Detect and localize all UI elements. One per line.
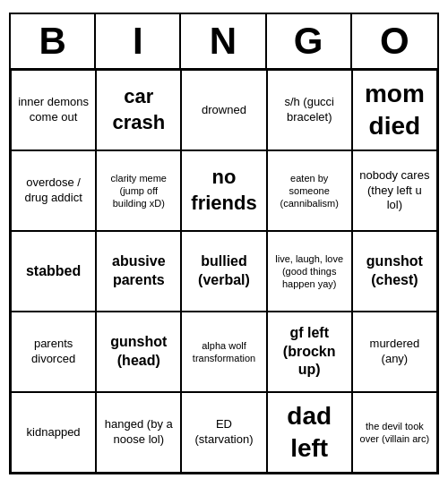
bingo-cell-14: gunshot (chest) [352,231,437,312]
bingo-cell-23: dad left [267,392,352,473]
bingo-cell-15: parents divorced [11,312,96,392]
bingo-cell-8: eaten by someone (cannibalism) [267,150,352,231]
bingo-cell-11: abusive parents [96,231,181,312]
bingo-grid: inner demons come outcar crashdrowneds/h… [11,70,437,473]
bingo-cell-24: the devil took over (villain arc) [352,392,437,473]
bingo-cell-6: clarity meme (jump off building xD) [96,150,181,231]
bingo-cell-13: live, laugh, love (good things happen ya… [267,231,352,312]
bingo-cell-4: mom died [352,70,437,150]
bingo-cell-20: kidnapped [11,392,96,473]
bingo-cell-7: no friends [181,150,266,231]
bingo-cell-10: stabbed [11,231,96,312]
bingo-cell-21: hanged (by a noose lol) [96,392,181,473]
bingo-card: BINGO inner demons come outcar crashdrow… [9,13,439,474]
bingo-cell-9: nobody cares (they left u lol) [352,150,437,231]
bingo-cell-3: s/h (gucci bracelet) [267,70,352,150]
bingo-letter-o: O [352,14,437,68]
bingo-cell-19: murdered (any) [352,312,437,392]
bingo-cell-2: drowned [181,70,266,150]
bingo-cell-17: alpha wolf transformation [181,312,266,392]
bingo-letter-b: B [11,14,96,68]
bingo-letter-i: I [96,14,181,68]
bingo-header: BINGO [11,14,437,70]
bingo-cell-0: inner demons come out [11,70,96,150]
bingo-letter-g: G [267,14,352,68]
bingo-cell-12: bullied (verbal) [181,231,266,312]
bingo-cell-16: gunshot (head) [96,312,181,392]
bingo-letter-n: N [181,14,266,68]
bingo-cell-1: car crash [96,70,181,150]
bingo-cell-5: overdose / drug addict [11,150,96,231]
bingo-cell-18: gf left (brockn up) [267,312,352,392]
bingo-cell-22: ED (starvation) [181,392,266,473]
